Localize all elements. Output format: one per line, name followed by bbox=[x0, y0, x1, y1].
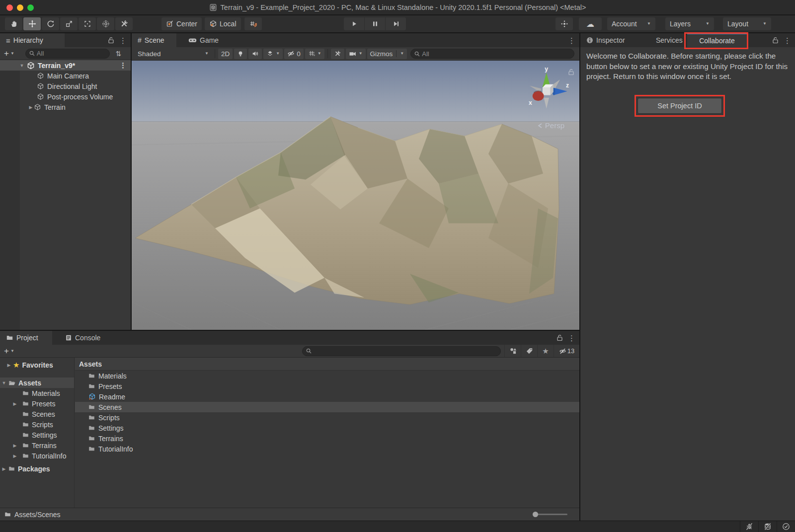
tab-services[interactable]: Services bbox=[650, 33, 687, 47]
hierarchy-item[interactable]: Directional Light bbox=[0, 81, 131, 91]
axis-negative-y-handle[interactable] bbox=[544, 98, 549, 109]
tree-item[interactable]: ▶TutorialInfo bbox=[0, 451, 74, 461]
scene-viewport[interactable]: y x z Persp bbox=[132, 61, 579, 330]
foldout-collapsed-icon[interactable]: ▶ bbox=[12, 443, 18, 448]
tree-item-favorites[interactable]: ▶ ★ Favorites bbox=[0, 360, 74, 370]
projection-toggle[interactable]: Persp bbox=[537, 121, 564, 130]
rotate-tool-button[interactable] bbox=[42, 17, 59, 30]
grid-snapping-button[interactable] bbox=[244, 17, 262, 30]
scene-root-row[interactable]: ▼ Terrain_v9* ⋮ bbox=[0, 60, 131, 71]
rect-tool-button[interactable] bbox=[79, 17, 96, 30]
search-by-type-button[interactable] bbox=[504, 345, 521, 357]
icon-size-slider[interactable] bbox=[533, 512, 567, 517]
shading-mode-dropdown[interactable]: Shaded ▼ bbox=[135, 49, 212, 59]
tree-item[interactable]: Materials bbox=[0, 388, 74, 398]
hierarchy-item[interactable]: Post-process Volume bbox=[0, 91, 131, 102]
lock-icon[interactable] bbox=[556, 334, 563, 341]
component-tools-button[interactable] bbox=[331, 49, 344, 59]
camera-settings-dropdown[interactable]: ▼ bbox=[346, 49, 366, 59]
pause-button[interactable] bbox=[365, 17, 385, 30]
kebab-menu-icon[interactable]: ⋮ bbox=[119, 37, 127, 44]
set-project-id-button[interactable]: Set Project ID bbox=[637, 98, 722, 114]
debugger-status-button[interactable] bbox=[740, 521, 758, 532]
scene-audio-button[interactable] bbox=[248, 49, 262, 59]
asset-row[interactable]: Readme bbox=[75, 391, 579, 402]
tab-inspector[interactable]: Inspector bbox=[580, 33, 650, 47]
hierarchy-search-input[interactable] bbox=[37, 50, 106, 57]
kebab-menu-icon[interactable]: ⋮ bbox=[568, 334, 575, 342]
orientation-gizmo[interactable]: y x z bbox=[522, 67, 569, 114]
tab-hierarchy[interactable]: ≡ Hierarchy bbox=[0, 33, 65, 47]
foldout-collapsed-icon[interactable]: ▶ bbox=[28, 105, 34, 110]
kebab-menu-icon[interactable]: ⋮ bbox=[568, 37, 575, 44]
asset-row[interactable]: Presets bbox=[75, 381, 579, 391]
scene-search[interactable] bbox=[410, 49, 574, 59]
cache-server-status-button[interactable] bbox=[758, 521, 777, 532]
kebab-menu-icon[interactable]: ⋮ bbox=[784, 37, 791, 44]
hidden-objects-button[interactable]: 0 bbox=[284, 49, 304, 59]
step-button[interactable] bbox=[386, 17, 406, 30]
scale-tool-button[interactable] bbox=[60, 17, 78, 30]
gizmos-dropdown[interactable]: Gizmos ▼ bbox=[367, 49, 407, 59]
hand-tool-button[interactable] bbox=[5, 17, 22, 30]
rotation-mode-button[interactable]: Local bbox=[205, 17, 240, 30]
hierarchy-item[interactable]: ▶ Terrain bbox=[0, 102, 131, 112]
tree-item[interactable]: ▶Terrains bbox=[0, 440, 74, 451]
tree-item-assets[interactable]: ▼ Assets bbox=[0, 378, 74, 388]
gizmo-center-cube[interactable] bbox=[543, 87, 551, 95]
asset-row[interactable]: Scripts bbox=[75, 412, 579, 423]
sort-icon[interactable]: ⇅ bbox=[116, 50, 122, 58]
foldout-expanded-icon[interactable]: ▼ bbox=[19, 63, 25, 68]
grid-visibility-dropdown[interactable]: ▼ bbox=[305, 49, 324, 59]
tree-item[interactable]: Scenes bbox=[0, 409, 74, 419]
axis-z-handle[interactable] bbox=[554, 88, 567, 95]
asset-row[interactable]: Terrains bbox=[75, 433, 579, 444]
asset-row-selected[interactable]: Scenes bbox=[75, 402, 579, 412]
hierarchy-search[interactable] bbox=[25, 49, 110, 59]
create-asset-button[interactable]: + ▼ bbox=[0, 347, 18, 355]
project-search[interactable] bbox=[302, 346, 501, 356]
minimize-window-button[interactable] bbox=[17, 4, 23, 11]
hierarchy-item[interactable]: Main Camera bbox=[0, 71, 131, 81]
tree-item-packages[interactable]: ▶ Packages bbox=[0, 463, 74, 474]
foldout-collapsed-icon[interactable]: ▶ bbox=[6, 363, 12, 368]
scene-lighting-button[interactable] bbox=[234, 49, 247, 59]
move-tool-button[interactable] bbox=[23, 17, 41, 30]
lock-icon[interactable] bbox=[108, 37, 114, 44]
kebab-menu-icon[interactable]: ⋮ bbox=[119, 62, 127, 69]
unity-search-button[interactable] bbox=[556, 17, 573, 30]
effects-visibility-dropdown[interactable]: ▼ bbox=[263, 49, 283, 59]
tab-game[interactable]: Game bbox=[182, 33, 225, 47]
search-by-label-button[interactable] bbox=[521, 345, 537, 357]
pivot-mode-button[interactable]: Center bbox=[161, 17, 202, 30]
foldout-expanded-icon[interactable]: ▼ bbox=[1, 380, 7, 385]
transform-tool-button[interactable] bbox=[97, 17, 114, 30]
fullscreen-window-button[interactable] bbox=[27, 4, 34, 11]
foldout-collapsed-icon[interactable]: ▶ bbox=[12, 454, 18, 458]
slider-thumb[interactable] bbox=[533, 512, 538, 517]
favorites-filter-button[interactable]: ★ bbox=[537, 345, 554, 357]
scene-search-input[interactable] bbox=[422, 50, 570, 58]
hidden-packages-button[interactable]: 13 bbox=[554, 345, 579, 357]
close-window-button[interactable] bbox=[6, 4, 13, 11]
tab-project[interactable]: Project bbox=[0, 331, 52, 345]
tab-scene[interactable]: # Scene bbox=[132, 33, 176, 47]
project-search-input[interactable] bbox=[314, 347, 497, 355]
layout-dropdown[interactable]: Layout▼ bbox=[723, 17, 771, 30]
2d-toggle-button[interactable]: 2D bbox=[218, 49, 233, 59]
background-tasks-button[interactable] bbox=[777, 521, 795, 532]
collab-cloud-button[interactable]: ☁ bbox=[579, 17, 602, 30]
tree-item[interactable]: Scripts bbox=[0, 419, 74, 430]
tree-item[interactable]: Settings bbox=[0, 430, 74, 440]
create-object-button[interactable]: + ▼ bbox=[0, 49, 18, 58]
asset-row[interactable]: Materials bbox=[75, 371, 579, 381]
tree-item[interactable]: ▶Presets bbox=[0, 398, 74, 409]
tab-console[interactable]: Console bbox=[59, 331, 106, 345]
asset-row[interactable]: Settings bbox=[75, 423, 579, 433]
lock-icon[interactable] bbox=[568, 69, 574, 76]
foldout-collapsed-icon[interactable]: ▶ bbox=[12, 401, 18, 406]
lock-icon[interactable] bbox=[772, 37, 779, 44]
account-dropdown[interactable]: Account▼ bbox=[607, 17, 655, 30]
foldout-collapsed-icon[interactable]: ▶ bbox=[1, 466, 7, 471]
asset-row[interactable]: TutorialInfo bbox=[75, 444, 579, 454]
